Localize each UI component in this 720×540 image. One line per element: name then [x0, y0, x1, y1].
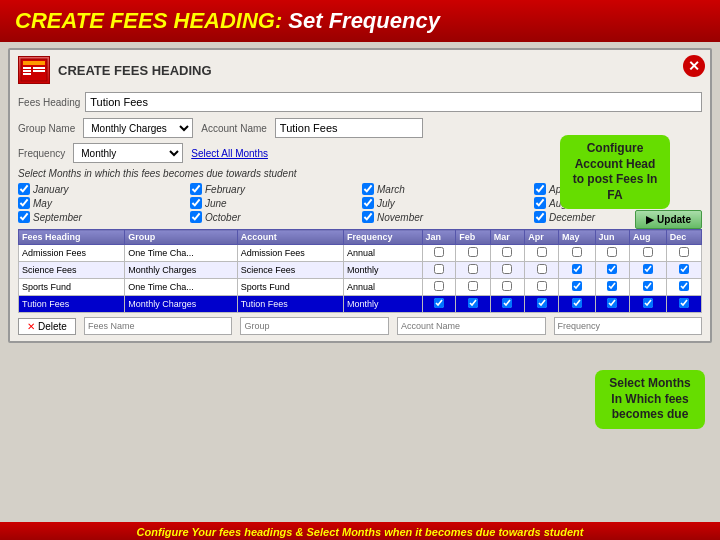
cell-aug[interactable] — [630, 262, 667, 279]
cell-group: One Time Cha... — [125, 245, 237, 262]
cell-dec[interactable] — [666, 296, 701, 313]
account-name-label: Account Name — [201, 123, 267, 134]
fees-heading-label: Fees Heading — [18, 97, 80, 108]
cell-jan[interactable] — [422, 279, 456, 296]
close-button[interactable]: ✕ — [683, 55, 705, 77]
table-row[interactable]: Admission Fees One Time Cha... Admission… — [19, 245, 702, 262]
cell-fees-heading: Tution Fees — [19, 296, 125, 313]
cell-feb[interactable] — [456, 296, 490, 313]
checkbox-may[interactable] — [18, 197, 30, 209]
frequency-label: Frequency — [18, 148, 65, 159]
cell-frequency: Monthly — [344, 262, 423, 279]
table-row[interactable]: Science Fees Monthly Charges Science Fee… — [19, 262, 702, 279]
frequency-select[interactable]: Monthly Annual One Time — [73, 143, 183, 163]
delete-button[interactable]: ✕ Delete — [18, 318, 76, 335]
col-jun: Jun — [595, 230, 629, 245]
month-may: May — [18, 197, 186, 209]
checkbox-june[interactable] — [190, 197, 202, 209]
group-name-label: Group Name — [18, 123, 75, 134]
cell-aug[interactable] — [630, 296, 667, 313]
cell-aug[interactable] — [630, 279, 667, 296]
cell-feb[interactable] — [456, 245, 490, 262]
cell-may[interactable] — [558, 262, 595, 279]
checkbox-july[interactable] — [362, 197, 374, 209]
cell-jan[interactable] — [422, 296, 456, 313]
month-july: July — [362, 197, 530, 209]
cell-apr[interactable] — [525, 262, 559, 279]
fees-table: Fees Heading Group Account Frequency Jan… — [18, 229, 702, 313]
cell-feb[interactable] — [456, 262, 490, 279]
svg-rect-2 — [23, 67, 31, 69]
checkbox-february[interactable] — [190, 183, 202, 195]
cell-dec[interactable] — [666, 245, 701, 262]
cell-may[interactable] — [558, 279, 595, 296]
checkbox-april[interactable] — [534, 183, 546, 195]
delete-label: Delete — [38, 321, 67, 332]
month-october: October — [190, 211, 358, 223]
cell-apr[interactable] — [525, 296, 559, 313]
account-name-input[interactable] — [275, 118, 423, 138]
label-june: June — [205, 198, 227, 209]
cell-apr[interactable] — [525, 279, 559, 296]
cell-feb[interactable] — [456, 279, 490, 296]
table-row[interactable]: Sports Fund One Time Cha... Sports Fund … — [19, 279, 702, 296]
cell-group: One Time Cha... — [125, 279, 237, 296]
svg-rect-3 — [23, 70, 31, 72]
col-jan: Jan — [422, 230, 456, 245]
cell-account: Admission Fees — [237, 245, 343, 262]
col-group: Group — [125, 230, 237, 245]
footer-text: Configure Your fees headings & Select Mo… — [137, 526, 584, 538]
cell-account: Science Fees — [237, 262, 343, 279]
checkbox-august[interactable] — [534, 197, 546, 209]
checkbox-january[interactable] — [18, 183, 30, 195]
footer: Configure Your fees headings & Select Mo… — [0, 522, 720, 540]
cell-may[interactable] — [558, 296, 595, 313]
cell-jun[interactable] — [595, 245, 629, 262]
callout-configure: Configure Account Head to post Fees In F… — [560, 135, 670, 209]
cell-mar[interactable] — [490, 262, 524, 279]
cell-account: Sports Fund — [237, 279, 343, 296]
col-apr: Apr — [525, 230, 559, 245]
main-content: CREATE FEES HEADING ✕ Fees Heading Group… — [0, 42, 720, 522]
cell-group: Monthly Charges — [125, 262, 237, 279]
cell-mar[interactable] — [490, 245, 524, 262]
checkbox-october[interactable] — [190, 211, 202, 223]
checkbox-november[interactable] — [362, 211, 374, 223]
cell-may[interactable] — [558, 245, 595, 262]
group-name-select[interactable]: Monthly Charges One Time Charge — [83, 118, 193, 138]
checkbox-september[interactable] — [18, 211, 30, 223]
cell-jan[interactable] — [422, 245, 456, 262]
label-july: July — [377, 198, 395, 209]
update-button[interactable]: ▶ Update — [635, 210, 702, 229]
label-may: May — [33, 198, 52, 209]
fees-heading-input[interactable] — [85, 92, 702, 112]
cell-mar[interactable] — [490, 279, 524, 296]
cell-dec[interactable] — [666, 262, 701, 279]
cell-fees-heading: Admission Fees — [19, 245, 125, 262]
cell-mar[interactable] — [490, 296, 524, 313]
label-march: March — [377, 184, 405, 195]
header-title-highlight: CREATE FEES HEADING: — [15, 8, 282, 34]
panel-icon — [18, 56, 50, 84]
svg-rect-5 — [33, 67, 45, 69]
svg-rect-4 — [23, 73, 31, 75]
cell-jan[interactable] — [422, 262, 456, 279]
checkbox-march[interactable] — [362, 183, 374, 195]
cell-jun[interactable] — [595, 262, 629, 279]
label-october: October — [205, 212, 241, 223]
cell-dec[interactable] — [666, 279, 701, 296]
month-september: September — [18, 211, 186, 223]
cell-aug[interactable] — [630, 245, 667, 262]
cell-apr[interactable] — [525, 245, 559, 262]
select-all-link[interactable]: Select All Months — [191, 148, 268, 159]
month-march: March — [362, 183, 530, 195]
checkbox-december[interactable] — [534, 211, 546, 223]
table-row-selected[interactable]: Tution Fees Monthly Charges Tution Fees … — [19, 296, 702, 313]
cell-fees-heading: Science Fees — [19, 262, 125, 279]
cell-jun[interactable] — [595, 279, 629, 296]
cell-jun[interactable] — [595, 296, 629, 313]
account-name-bottom-input[interactable] — [397, 317, 546, 335]
fees-name-bottom-input[interactable] — [84, 317, 233, 335]
frequency-bottom-input[interactable] — [554, 317, 703, 335]
group-bottom-input[interactable] — [240, 317, 389, 335]
